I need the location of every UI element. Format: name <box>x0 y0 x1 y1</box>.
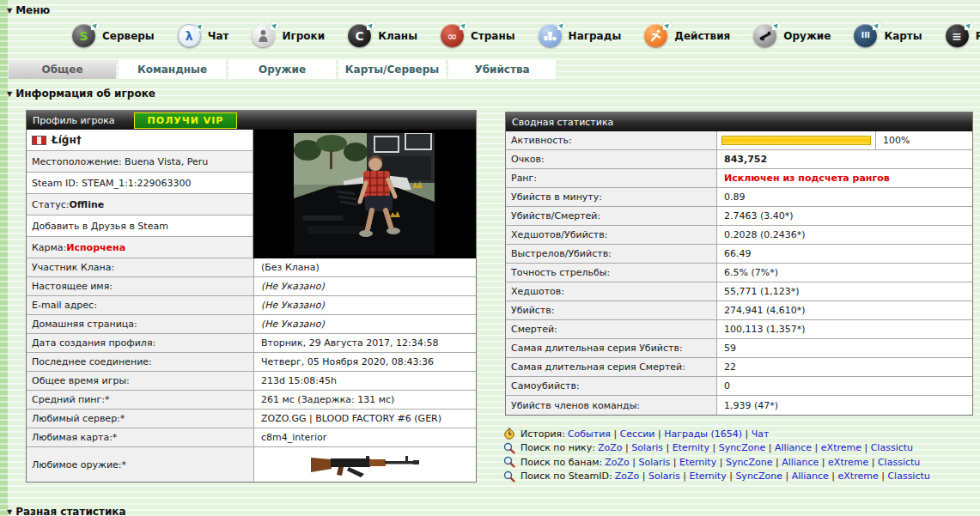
link-zozo[interactable]: ZoZo <box>605 457 630 468</box>
link-separator: | <box>861 442 871 453</box>
get-vip-button[interactable]: ПОЛУЧИ VIP <box>134 112 238 129</box>
nav-item-chat[interactable]: λЧат <box>178 24 229 47</box>
detail-label: Домашняя страница: <box>27 315 254 333</box>
detail-value: c8m4_interior <box>254 428 476 446</box>
tab-general[interactable]: Общее <box>9 60 116 79</box>
link-separator: | <box>611 428 620 440</box>
external-arrow-icon <box>196 22 204 31</box>
link-alliance[interactable]: Alliance <box>782 457 819 468</box>
link-eternity[interactable]: Eternity <box>679 457 716 468</box>
link-separator: | <box>742 428 752 440</box>
external-arrow-icon <box>460 21 468 30</box>
awards-icon <box>539 24 562 47</box>
link-separator: | <box>670 457 679 468</box>
link-separator: | <box>879 470 888 482</box>
detail-value: (Не Указано) <box>254 315 476 333</box>
link-alliance[interactable]: Alliance <box>775 442 812 453</box>
detail-label: E-mail адрес: <box>27 296 254 314</box>
detail-value: Четверг, 05 Ноября 2020, 08:43:36 <box>254 353 476 371</box>
menu-section-header[interactable]: ▼Меню <box>7 4 50 16</box>
detail-label: Дата создания профиля: <box>27 334 254 352</box>
info-text: Местоположение: Buena Vista, Peru <box>32 156 208 167</box>
link-separator: | <box>819 457 828 468</box>
link-solaris[interactable]: Solaris <box>648 470 680 482</box>
link-synczone[interactable]: SyncZone <box>726 457 773 468</box>
stats-value: 2.7463 (3.40*) <box>717 207 972 225</box>
external-arrow-icon <box>557 21 566 30</box>
tab-kills[interactable]: Убийства <box>448 60 556 79</box>
link-eternity[interactable]: Eternity <box>673 442 709 453</box>
link--1654-[interactable]: Награды (1654) <box>664 428 742 440</box>
stats-row: Ранг:Исключен из подсчета рангов <box>506 169 972 188</box>
player-info-section-header[interactable]: ▼Информация об игроке <box>7 88 155 100</box>
stats-value: 274,941 (4,610*) <box>717 301 972 319</box>
nav-item-roles[interactable]: ≡Роли <box>946 24 980 47</box>
link-synczone[interactable]: SyncZone <box>719 442 766 453</box>
links-prefix: История: <box>520 428 565 440</box>
stats-row: Убийств/Смертей:2.7463 (3.40*) <box>506 207 972 226</box>
clans-icon: C <box>348 24 371 47</box>
stats-value: 22 <box>717 358 972 376</box>
detail-label: Любимое оружие:* <box>27 447 254 482</box>
clans-icon-glyph: C <box>356 30 364 42</box>
detail-value: (Не Указано) <box>254 296 476 314</box>
link-zozo[interactable]: ZoZo <box>598 442 623 453</box>
link--[interactable]: События <box>568 428 611 440</box>
tab-team[interactable]: Командные <box>119 60 226 79</box>
profile-link[interactable]: Добавить в Друзья в Steam <box>32 221 168 232</box>
stats-label: Самая длительная серия Смертей: <box>506 358 717 376</box>
activity-label: Активность: <box>506 131 717 149</box>
link--[interactable]: Чат <box>752 428 770 440</box>
profile-detail-row: E-mail адрес:(Не Указано) <box>27 296 476 315</box>
player-name-row: Łíǵн† <box>27 130 253 151</box>
link-extreme[interactable]: eXtreme <box>821 442 861 453</box>
nav-item-clans[interactable]: CКланы <box>348 24 417 47</box>
collapse-arrow-icon: ▼ <box>7 90 12 98</box>
link-classictu[interactable]: Classictu <box>878 457 920 468</box>
stats-label: Ранг: <box>506 169 717 187</box>
roles-icon-glyph: ≡ <box>952 30 962 42</box>
link-separator: | <box>663 442 673 453</box>
tab-weapons[interactable]: Оружие <box>228 60 336 79</box>
link-separator: | <box>772 457 782 468</box>
weapons-icon <box>753 24 776 47</box>
link-classictu[interactable]: Classictu <box>871 442 913 453</box>
nav-item-servers[interactable]: SСерверы <box>72 24 155 47</box>
link-separator: | <box>709 442 719 453</box>
profile-detail-row: Средний пинг:*261 мс (Задержка: 131 мс) <box>27 391 476 410</box>
nav-item-maps[interactable]: IIIКарты <box>854 24 922 47</box>
tab-maps-servers[interactable]: Карты/Серверы <box>338 60 446 79</box>
link-alliance[interactable]: Alliance <box>792 470 829 482</box>
link-solaris[interactable]: Solaris <box>638 457 670 468</box>
misc-stats-section-header[interactable]: ▼Разная статистика <box>7 506 126 516</box>
link-classictu[interactable]: Classictu <box>887 470 929 482</box>
profile-info-row: Steam ID: STEAM_1:1:229063300 <box>27 173 253 194</box>
collapse-arrow-icon: ▼ <box>7 7 12 15</box>
stats-label: Самоубийств: <box>506 377 717 395</box>
link-zozo[interactable]: ZoZo <box>615 470 640 482</box>
history-clock-icon <box>503 428 516 440</box>
link-synczone[interactable]: SyncZone <box>735 470 782 482</box>
profile-header-title: Профиль игрока <box>33 115 115 126</box>
link-extreme[interactable]: eXtreme <box>838 470 879 482</box>
links-row: Поиск по SteamID:ZoZo | Solaris | Eterni… <box>503 470 930 483</box>
countries-icon-glyph: ∞ <box>447 30 458 42</box>
nav-item-actions[interactable]: Действия <box>644 24 730 47</box>
stats-label: Хедшотов: <box>506 282 717 300</box>
link-solaris[interactable]: Solaris <box>631 442 663 453</box>
stats-label: Смертей: <box>506 320 717 338</box>
info-text: Испорчена <box>66 242 125 253</box>
activity-percent: 100% <box>876 131 972 149</box>
nav-item-countries[interactable]: ∞Страны <box>441 24 515 47</box>
nav-item-players[interactable]: Игроки <box>252 24 325 47</box>
link--[interactable]: Сессии <box>620 428 655 440</box>
nav-item-weapons[interactable]: Оружие <box>753 24 831 47</box>
detail-label: Любимая карта:* <box>27 428 254 446</box>
link-separator: | <box>639 470 648 482</box>
link-eternity[interactable]: Eternity <box>689 470 726 482</box>
player-name: Łíǵн† <box>52 134 82 146</box>
stats-value: Исключен из подсчета рангов <box>717 169 972 187</box>
link-extreme[interactable]: eXtreme <box>828 457 868 468</box>
nav-item-awards[interactable]: Награды <box>539 24 622 47</box>
stats-value: 1,939 (47*) <box>717 396 972 415</box>
